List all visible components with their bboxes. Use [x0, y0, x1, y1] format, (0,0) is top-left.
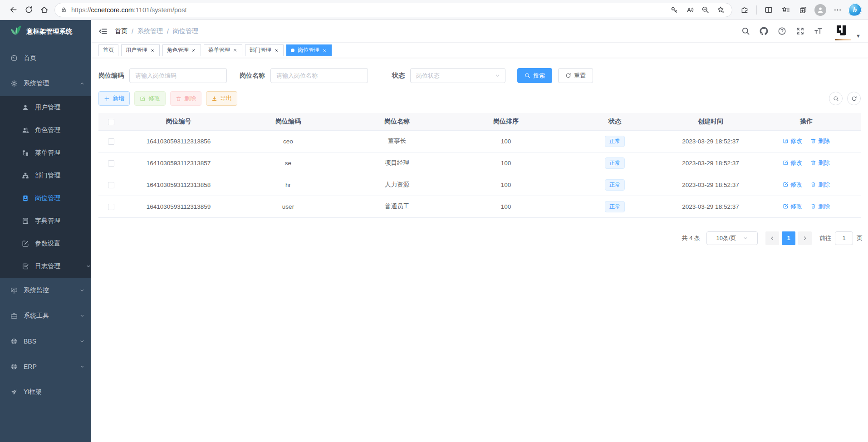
sidebar-item-home[interactable]: 首页	[0, 45, 91, 71]
logo-plant-icon	[10, 25, 22, 38]
password-key-icon[interactable]	[667, 3, 681, 17]
sidebar-item-system-management[interactable]: 系统管理	[0, 71, 91, 96]
toggle-search-button[interactable]	[829, 92, 843, 105]
trash-icon	[176, 96, 181, 102]
select-all-checkbox[interactable]	[108, 119, 114, 125]
row-edit-link[interactable]: 修改	[783, 159, 802, 167]
table-row[interactable]: 1641030593112313859 user 普通员工 100 正常 202…	[98, 196, 861, 217]
zoom-out-icon[interactable]	[698, 3, 712, 17]
github-icon[interactable]	[760, 27, 768, 35]
favorites-icon[interactable]	[778, 2, 794, 18]
sidebar-item-log-management[interactable]: 日志管理	[0, 255, 91, 278]
search-button[interactable]: 搜索	[517, 68, 552, 83]
sidebar-item-erp[interactable]: ERP	[0, 354, 91, 379]
row-checkbox[interactable]	[108, 138, 114, 145]
menu-tree-icon	[22, 149, 29, 157]
sidebar-item-bbs[interactable]: BBS	[0, 329, 91, 354]
sidebar-item-system-tools[interactable]: 系统工具	[0, 303, 91, 329]
add-favorite-icon[interactable]	[714, 3, 727, 17]
close-icon[interactable]	[274, 48, 279, 53]
browser-right-controls: b	[737, 2, 863, 18]
row-edit-link[interactable]: 修改	[783, 202, 802, 211]
tab-menu-management[interactable]: 菜单管理	[204, 44, 242, 56]
page-size-select[interactable]: 10条/页	[706, 231, 758, 245]
status-select[interactable]: 岗位状态	[410, 68, 505, 83]
row-edit-link[interactable]: 修改	[783, 181, 802, 189]
browser-refresh-icon[interactable]	[21, 2, 36, 18]
sidebar-item-yi-framework[interactable]: Yi框架	[0, 379, 91, 405]
goto-label: 前往	[819, 234, 831, 242]
tab-role-management[interactable]: 角色管理	[162, 44, 201, 56]
add-button[interactable]: 新增	[98, 91, 130, 106]
globe-icon	[10, 338, 18, 345]
collections-icon[interactable]	[795, 2, 811, 18]
row-edit-link[interactable]: 修改	[783, 137, 802, 145]
close-icon[interactable]	[322, 48, 327, 53]
url-text[interactable]: https://ccnetcore.com:1101/system/post	[71, 6, 186, 14]
breadcrumb-home[interactable]: 首页	[115, 27, 128, 35]
refresh-table-button[interactable]	[847, 92, 861, 105]
sidebar-item-role-management[interactable]: 角色管理	[0, 119, 91, 142]
edit-icon	[140, 96, 146, 102]
tab-dept-management[interactable]: 部门管理	[245, 44, 284, 56]
user-avatar-menu[interactable]: ▼	[834, 22, 861, 40]
header-search-icon[interactable]	[741, 27, 750, 35]
sidebar-item-user-management[interactable]: 用户管理	[0, 96, 91, 119]
sidebar-item-system-monitor[interactable]: 系统监控	[0, 278, 91, 303]
split-screen-icon[interactable]	[761, 2, 776, 18]
post-name-input[interactable]	[270, 68, 368, 83]
browser-profile-icon[interactable]	[813, 2, 828, 18]
trash-icon	[810, 182, 816, 187]
row-delete-link[interactable]: 删除	[810, 181, 830, 189]
read-aloud-icon[interactable]	[683, 3, 696, 17]
page-1-button[interactable]: 1	[782, 231, 795, 245]
tab-user-management[interactable]: 用户管理	[121, 44, 160, 56]
bing-chat-icon[interactable]: b	[847, 2, 863, 18]
close-icon[interactable]	[150, 48, 155, 53]
prev-page-button[interactable]	[765, 231, 779, 245]
sidebar-item-menu-management[interactable]: 菜单管理	[0, 142, 91, 164]
close-icon[interactable]	[232, 48, 238, 53]
table-row[interactable]: 1641030593112313856 ceo 董事长 100 正常 2023-…	[98, 130, 861, 152]
browser-back-icon[interactable]	[5, 2, 21, 18]
close-icon[interactable]	[191, 48, 196, 53]
browser-menu-icon[interactable]	[830, 2, 845, 18]
post-code-input[interactable]	[129, 68, 227, 83]
total-count: 共 4 条	[682, 234, 700, 242]
sidebar-item-dict-management[interactable]: 字典管理	[0, 210, 91, 232]
goto-page-input[interactable]	[835, 231, 853, 245]
help-icon[interactable]	[778, 27, 786, 35]
chevron-down-icon	[86, 264, 91, 269]
reset-button[interactable]: 重置	[558, 68, 593, 83]
delete-button[interactable]: 删除	[170, 91, 201, 106]
sidebar-item-post-management[interactable]: 岗位管理	[0, 187, 91, 210]
address-bar[interactable]: https://ccnetcore.com:1101/system/post	[54, 3, 732, 17]
dashboard-icon	[10, 54, 18, 62]
post-name-label: 岗位名称	[240, 72, 265, 80]
edit-button[interactable]: 修改	[134, 91, 166, 106]
screen: https://ccnetcore.com:1101/system/post b	[0, 0, 868, 442]
browser-home-icon[interactable]	[36, 2, 52, 18]
app-logo[interactable]: 意框架管理系统	[0, 20, 91, 43]
row-delete-link[interactable]: 删除	[810, 137, 830, 145]
row-checkbox[interactable]	[108, 182, 114, 188]
sidebar-item-param-settings[interactable]: 参数设置	[0, 232, 91, 255]
font-size-icon[interactable]	[814, 27, 823, 35]
sidebar-collapse-icon[interactable]	[98, 27, 108, 36]
col-status: 状态	[560, 113, 669, 130]
export-button[interactable]: 导出	[206, 91, 237, 106]
row-delete-link[interactable]: 删除	[810, 202, 830, 211]
table-row[interactable]: 1641030593112313858 hr 人力资源 100 正常 2023-…	[98, 174, 861, 196]
sidebar-item-dept-management[interactable]: 部门管理	[0, 164, 91, 187]
row-checkbox[interactable]	[108, 204, 114, 210]
tab-post-management[interactable]: 岗位管理	[286, 44, 332, 56]
toolbar-divider	[756, 5, 757, 15]
extensions-icon[interactable]	[737, 2, 752, 18]
fullscreen-icon[interactable]	[796, 27, 804, 35]
row-delete-link[interactable]: 删除	[810, 159, 830, 167]
tab-home[interactable]: 首页	[98, 44, 118, 56]
row-checkbox[interactable]	[108, 160, 114, 167]
table-row[interactable]: 1641030593112313857 se 项目经理 100 正常 2023-…	[98, 152, 861, 174]
next-page-button[interactable]	[798, 231, 812, 245]
monitor-icon	[10, 287, 18, 294]
